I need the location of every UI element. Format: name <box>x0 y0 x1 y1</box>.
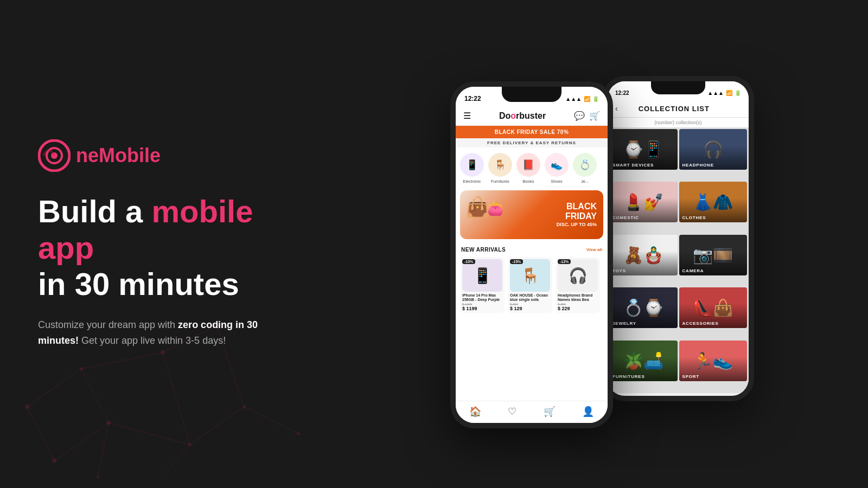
collection-camera[interactable]: 📷🎞️ CAMERA <box>679 235 748 275</box>
app-header: ☰ Doorbuster 💬 🛒 <box>456 106 608 126</box>
furnitures-label: FURNITURES <box>609 372 648 381</box>
sport-label: SPORT <box>679 372 703 381</box>
collection-headphone[interactable]: 🎧 HEADPHONE <box>679 129 748 170</box>
logo-container: neMobile <box>38 139 298 172</box>
cat-jewelry-icon: 💍 <box>573 153 597 177</box>
phones-area: 12:22 ▲▲▲ 📶 🔋 ☰ Doorbuster 💬 🛒 <box>336 0 868 488</box>
new-arrivals-header: NEW ARRIVALS View all <box>456 242 608 255</box>
cat-books-icon: 📕 <box>516 153 540 177</box>
cat-electronic-icon: 📱 <box>460 153 484 177</box>
nav-cart[interactable]: 🛒 <box>544 406 556 418</box>
cat-shoes[interactable]: 👟 Shoes <box>545 153 569 184</box>
collection-furnitures[interactable]: 🪴🛋️ FURNITURES <box>609 341 678 381</box>
status-time: 12:22 <box>464 95 481 102</box>
collection-smart-devices[interactable]: ⌚📱 SMART DEVICES <box>609 129 678 170</box>
subtext-end: Get your app live within 3-5 days! <box>79 335 226 346</box>
hero-banner: 👜 👛 BLACKFRIDAY DISC. UP TO 45% <box>460 190 603 239</box>
bottom-nav: 🏠 ♡ 🛒 👤 <box>456 401 608 423</box>
clothes-label: CLOTHES <box>679 213 710 222</box>
collection-sport[interactable]: 🏃👟 SPORT <box>679 341 748 381</box>
iphone-image: 📱 <box>462 259 502 292</box>
logo-brand: Mobile <box>99 144 161 166</box>
hero-bag2-emoji: 👛 <box>487 201 503 216</box>
header-icons: 💬 🛒 <box>574 111 600 121</box>
hero-text: BLACKFRIDAY DISC. UP TO 45% <box>557 202 597 227</box>
signal-icon: ▲▲▲ <box>565 96 582 102</box>
products-row: -10% 📱 iPhone 14 Pro Max 256GB - Deep Pu… <box>456 255 608 316</box>
sale-banner: BLACK FRIDAY SALE 70% <box>456 126 608 138</box>
subtext: Customize your dream app with zero codin… <box>38 317 298 349</box>
new-arrivals-label: NEW ARRIVALS <box>461 247 506 253</box>
phone2-notch <box>651 81 705 94</box>
cat-books[interactable]: 📕 Books <box>516 153 540 184</box>
view-all-button[interactable]: View all <box>586 247 602 252</box>
collection-toys[interactable]: 🧸🪆 TOYS <box>609 235 678 275</box>
headphones-name: Headphones Brand Names Ideas Bea <box>558 293 598 303</box>
hamburger-icon[interactable]: ☰ <box>463 111 471 121</box>
jewelry-label: JEWELRY <box>609 319 640 328</box>
iphone-name: iPhone 14 Pro Max 256GB - Deep Purple <box>462 293 502 303</box>
delivery-banner: FREE DELIVERY & EASY RETURNS <box>456 138 608 147</box>
sofa-name: OAK HOUSE - Ocean blue single sofa <box>510 293 550 303</box>
phone2-status-icons: ▲▲▲ 📶 🔋 <box>707 90 741 96</box>
cat-jewelry-label: Je... <box>581 179 589 184</box>
nav-home[interactable]: 🏠 <box>469 406 481 418</box>
cart-icon[interactable]: 🛒 <box>589 111 600 121</box>
collection-clothes[interactable]: 👗🧥 CLOTHES <box>679 182 748 222</box>
product-headphones[interactable]: -12% 🎧 Headphones Brand Names Ideas Bea … <box>556 257 600 313</box>
sofa-price: $ 129 <box>510 306 550 311</box>
left-panel: neMobile Build a mobile app in 30 minute… <box>0 107 336 381</box>
collection-accessories[interactable]: 👠👜 ACCESSORIES <box>679 287 748 328</box>
headline: Build a mobile app in 30 minutes <box>38 194 298 302</box>
collection-jewelry[interactable]: 💍⌚ JEWELRY <box>609 287 678 328</box>
cat-jewelry[interactable]: 💍 Je... <box>573 153 597 184</box>
logo-icon <box>38 139 71 172</box>
cat-electronic[interactable]: 📱 Electronic <box>460 153 484 184</box>
comestic-label: COMESTIC <box>609 213 642 222</box>
collection-grid: ⌚📱 SMART DEVICES 🎧 HEADPHONE 💄💅 COMESTIC… <box>608 127 749 393</box>
iphone-discount: -10% <box>462 259 475 264</box>
phone-notch <box>502 87 561 102</box>
headline-plain: Build a <box>38 194 151 229</box>
product-iphone[interactable]: -10% 📱 iPhone 14 Pro Max 256GB - Deep Pu… <box>460 257 505 313</box>
wifi-icon: 📶 <box>584 96 590 102</box>
cat-books-label: Books <box>523 179 534 184</box>
cat-shoes-icon: 👟 <box>545 153 569 177</box>
nav-profile[interactable]: 👤 <box>582 406 594 418</box>
phone2-battery: 🔋 <box>735 90 741 96</box>
sofa-discount: -15% <box>510 259 523 264</box>
collection-count: (number) collection(s) <box>608 118 749 127</box>
hero-disc: DISC. UP TO 45% <box>557 222 597 228</box>
phone2-wifi: 📶 <box>726 90 732 96</box>
battery-icon: 🔋 <box>592 96 599 102</box>
iphone-price: $ 1199 <box>462 306 502 311</box>
smart-devices-label: SMART DEVICES <box>609 160 657 170</box>
collection-comestic[interactable]: 💄💅 COMESTIC <box>609 182 678 222</box>
collection-title: COLLECTION LIST <box>622 105 726 113</box>
sofa-image: 🪑 <box>510 259 550 292</box>
product-sofa[interactable]: -15% 🪑 OAK HOUSE - Ocean blue single sof… <box>508 257 552 313</box>
headphones-price: $ 229 <box>558 306 598 311</box>
collection-header: ‹ COLLECTION LIST <box>608 100 749 118</box>
phone-secondary: 12:22 ▲▲▲ 📶 🔋 ‹ COLLECTION LIST (number)… <box>602 76 754 401</box>
app-logo: Doorbuster <box>499 111 546 121</box>
phone2-time: 12:22 <box>615 90 629 96</box>
main-content: neMobile Build a mobile app in 30 minute… <box>0 0 868 488</box>
phone-main: 12:22 ▲▲▲ 📶 🔋 ☰ Doorbuster 💬 🛒 <box>450 81 613 428</box>
subtext-plain: Customize your dream app with <box>38 319 178 330</box>
camera-label: CAMERA <box>679 266 707 275</box>
headline-plain2: in 30 minutes <box>38 266 239 301</box>
search-icon[interactable]: 💬 <box>574 111 585 121</box>
status-icons: ▲▲▲ 📶 🔋 <box>565 96 599 102</box>
nav-wishlist[interactable]: ♡ <box>508 406 516 418</box>
logo-text: neMobile <box>76 144 161 167</box>
cat-furnitures[interactable]: 🪑 Furnitures <box>488 153 512 184</box>
cat-furnitures-label: Furnitures <box>491 179 509 184</box>
categories-row: 📱 Electronic 🪑 Furnitures 📕 Books 👟 Shoe… <box>456 147 608 187</box>
cat-furnitures-icon: 🪑 <box>488 153 512 177</box>
phone2-signal: ▲▲▲ <box>707 90 724 96</box>
cat-shoes-label: Shoes <box>551 179 562 184</box>
back-button[interactable]: ‹ <box>615 104 618 113</box>
accessories-label: ACCESSORIES <box>679 319 722 328</box>
hero-bag-emoji: 👜 <box>465 196 490 219</box>
